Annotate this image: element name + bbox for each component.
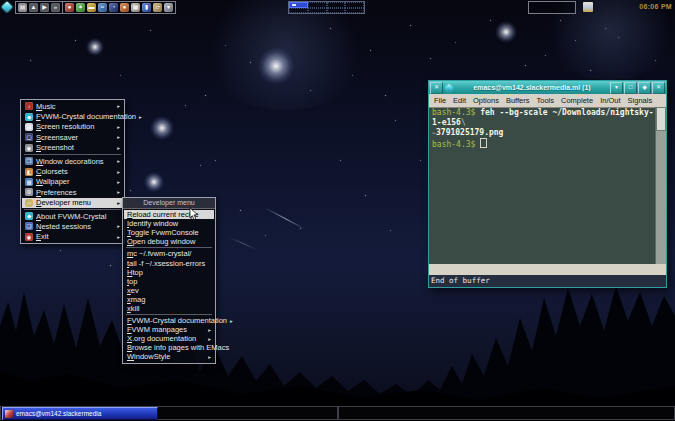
playlist-icon[interactable]: ▤ [18,3,27,12]
shade-button[interactable]: ▾ [610,82,623,94]
window-titlebar[interactable]: ✕ emacs@vm142.slackermedia.ml (1) ▾□◆✕ [429,81,666,94]
submenu-arrow-icon: ▸ [139,114,142,120]
dev-menu-item-toggle-fvwmconsole[interactable]: Toggle FvwmConsole [124,228,214,237]
menu-item-screensaver[interactable]: ▢Screensaver▸ [22,132,123,142]
menu-item-about-fvwm-crystal[interactable]: ◆About FVWM-Crystal [22,211,123,221]
dev-menu-item-fvwm-crystal-documentation[interactable]: FVWM-Crystal documentation▸ [124,316,214,325]
dev-menu-item-x-org-documentation[interactable]: X.org documentation▸ [124,334,214,343]
app-launcher-icon-2[interactable]: ✶ [76,3,85,12]
next-track-icon[interactable]: » [51,3,60,12]
app-launcher-icon-3[interactable]: ▬ [87,3,96,12]
crystal-icon: ◆ [25,113,33,121]
menu-item-preferences[interactable]: ⚙Preferences▸ [22,187,123,197]
scrollbar-thumb[interactable] [656,107,666,131]
dev-menu-item-top[interactable]: top [124,277,214,286]
menu-separator [126,314,212,315]
app-launcher-icon-10[interactable]: ▾ [164,3,173,12]
crystal-menu-icon[interactable] [3,3,11,11]
scrollbar[interactable] [655,107,666,264]
dev-menu-item-mc-fvwm-crystal-[interactable]: mc ~/.fvwm-crystal/ [124,249,214,258]
emacs-menu-signals[interactable]: Signals [628,96,653,105]
menu-separator [126,247,212,248]
play-icon[interactable]: ▶ [40,3,49,12]
menu-item-screenshot[interactable]: ◉Screenshot▸ [22,143,123,153]
music-controls-group: ▤▲▶» [15,1,63,14]
submenu-arrow-icon: ▸ [117,158,120,164]
menu-item-nested-sessions[interactable]: ❏Nested sessions▸ [22,221,123,231]
dev-menu-item-open-debug-window[interactable]: Open debug window [124,237,214,246]
desktop: ▤▲▶» ●✶▬≈◔●▦▮▱▾ 06:06 PM ♪Music▸◆FVWM-Cr… [0,0,675,421]
menu-item-label: X.org documentation [127,334,196,343]
app-launcher-icon-6[interactable]: ● [120,3,129,12]
submenu-arrow-icon: ▸ [117,200,120,206]
emacs-echo-area[interactable]: End of buffer [429,275,666,287]
menu-item-label: xmag [127,295,145,304]
dev-menu-item-tail-f-xsession-errors[interactable]: tail -f ~/.xsession-errors [124,258,214,267]
dev-menu-item-xkill[interactable]: xkill [124,304,214,313]
app-launcher-icon-7[interactable]: ▦ [131,3,140,12]
menu-item-music[interactable]: ♪Music▸ [22,101,123,111]
shell-buffer[interactable]: bash-4.3$ feh --bg-scale ~/Downloads/nig… [429,107,656,264]
emacs-menu-edit[interactable]: Edit [453,96,466,105]
task-label: emacs@vm142.slackermedia [16,410,101,417]
menu-item-window-decorations[interactable]: ❐Window decorations▸ [22,156,123,166]
eject-icon[interactable]: ▲ [29,3,38,12]
fvwm-crystal-menu: ♪Music▸◆FVWM-Crystal documentation▸⊞Scre… [20,99,125,244]
dev-menu-item-xmag[interactable]: xmag [124,295,214,304]
dev-menu-item-identify-window[interactable]: Identify window [124,219,214,228]
emacs-menu-complete[interactable]: Complete [561,96,593,105]
app-launcher-icon-5[interactable]: ◔ [109,3,118,12]
close-button[interactable]: ✕ [652,82,665,94]
menu-item-fvwm-crystal-documentation[interactable]: ◆FVWM-Crystal documentation▸ [22,111,123,121]
developer-menu-title: Developer menu [123,198,215,209]
window-decorations-icon: ❐ [25,157,33,165]
pager-cell-6[interactable] [308,8,327,14]
dev-menu-item-xev[interactable]: xev [124,286,214,295]
icon-manager-box [528,1,576,14]
dev-menu-item-windowstyle[interactable]: WindowStyle▸ [124,352,214,361]
pager-cell-8[interactable] [345,8,364,14]
menu-item-screen-resolution[interactable]: ⊞Screen resolution▸ [22,122,123,132]
maximize-button[interactable]: □ [624,82,637,94]
window-app-icon [444,83,454,93]
iconify-button[interactable]: ◆ [638,82,651,94]
app-launcher-group: ●✶▬≈◔●▦▮▱▾ [62,1,176,14]
app-launcher-icon-9[interactable]: ▱ [153,3,162,12]
colorsets-icon: ◧ [25,168,33,176]
menu-item-colorsets[interactable]: ◧Colorsets▸ [22,166,123,176]
emacs-menu-buffers[interactable]: Buffers [506,96,530,105]
dev-menu-item-browse-info-pages-with-emacs[interactable]: Browse info pages with EMacs [124,343,214,352]
emacs-menu-tools[interactable]: Tools [537,96,555,105]
dev-menu-item-reload-current-recipe[interactable]: Reload current recipe [124,210,214,219]
applet-icon[interactable] [583,2,593,12]
taskbar-section-right [338,406,675,420]
pager-cell-5[interactable] [289,8,308,14]
close-left-button[interactable]: ✕ [430,82,443,94]
preferences-icon: ⚙ [25,188,33,196]
dev-menu-item-htop[interactable]: Htop [124,268,214,277]
menu-item-exit[interactable]: ◉Exit▸ [22,232,123,242]
pager-cell-7[interactable] [327,8,346,14]
menu-item-label: FVWM-Crystal documentation [127,316,227,325]
screensaver-icon: ▢ [25,133,33,141]
submenu-arrow-icon: ▸ [117,169,120,175]
shell-line: bash-4.3$ [432,138,656,150]
submenu-arrow-icon: ▸ [117,124,120,130]
app-launcher-icon-1[interactable]: ● [65,3,74,12]
dev-menu-item-fvwm-manpages[interactable]: FVWM manpages▸ [124,325,214,334]
bright-star [258,48,294,84]
bright-star [150,116,174,140]
emacs-menu-options[interactable]: Options [473,96,499,105]
emacs-menu-file[interactable]: File [434,96,446,105]
menu-item-label: FVWM manpages [127,325,187,334]
menu-item-developer-menu[interactable]: ▱Developer menu▸ [22,198,123,208]
menu-item-label: xev [127,286,139,295]
menu-item-wallpaper[interactable]: ▦Wallpaper▸ [22,177,123,187]
taskbar-task-emacs[interactable]: emacs@vm142.slackermedia [2,407,158,420]
pager-cell-1[interactable] [289,2,308,8]
app-launcher-icon-4[interactable]: ≈ [98,3,107,12]
app-launcher-icon-8[interactable]: ▮ [142,3,151,12]
emacs-menu-in-out[interactable]: In/Out [600,96,620,105]
emacs-modeline[interactable]: 1:**- *shell* All L2 (Shell:run) [429,264,666,275]
shooting-star [229,237,257,250]
